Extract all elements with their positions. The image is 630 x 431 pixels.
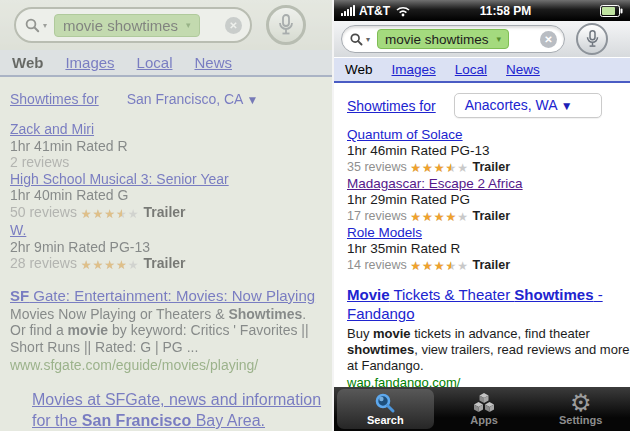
star-rating: ★★★★★★★★★★ (410, 258, 469, 274)
showtimes-for-link[interactable]: Showtimes for (347, 98, 436, 114)
tab-local[interactable]: Local (137, 54, 173, 71)
result-url: www.sfgate.com/eguide/movies/playing/ (10, 357, 332, 373)
location-selector[interactable]: San Francisco, CA ▼ (127, 91, 259, 107)
movie-details: 1hr 29min Rated PG (347, 192, 630, 208)
movie-title-link[interactable]: Role Models (347, 225, 422, 240)
clock: 11:58 PM (411, 4, 600, 18)
showtimes-location-row: Showtimes for Anacortes, WA ▼ (347, 93, 630, 118)
star-rating: ★★★★★★★★★★ (81, 257, 140, 274)
showtimes-location-row: Showtimes for San Francisco, CA ▼ (10, 91, 332, 107)
movie-entry: Zack and Miri 1hr 41min Rated R 2 review… (10, 121, 332, 171)
search-input[interactable]: ▾ movie showtimes ▾ ✕ (341, 25, 565, 53)
trailer-link[interactable]: Trailer (473, 258, 511, 272)
clear-search-icon[interactable]: ✕ (225, 17, 242, 34)
voice-search-button[interactable] (576, 23, 608, 55)
chevron-down-icon: ▾ (366, 35, 370, 44)
microphone-icon (585, 29, 600, 49)
star-rating: ★★★★★★★★★★ (81, 206, 140, 223)
result-snippet: Buy movie tickets in advance, find theat… (347, 326, 630, 374)
signal-strength-icon (341, 5, 355, 16)
apps-cubes-icon (473, 392, 495, 414)
sfgate-footer-link[interactable]: Movies at SFGate, news and information f… (32, 389, 332, 431)
magnifier-icon (349, 32, 364, 47)
toolbar-tab-settings[interactable]: ⚙ Settings (532, 387, 629, 431)
movie-entry: Role Models 1hr 35min Rated R 14 reviews… (347, 225, 630, 274)
tab-news[interactable]: News (194, 54, 232, 71)
magnifier-icon (24, 17, 41, 34)
search-results: Showtimes for Anacortes, WA ▼ Quantum of… (334, 83, 630, 387)
search-bar: ▾ movie showtimes ▾ ✕ (334, 21, 630, 58)
left-search-bar: ▾ movie showtimes ▾ ✕ (0, 0, 332, 50)
bottom-toolbar: Search Apps ⚙ Settings (334, 387, 630, 431)
search-options-icon[interactable]: ▾ (349, 32, 370, 47)
movie-reviews-link[interactable]: 28 reviews (10, 255, 77, 271)
location-dropdown-icon: ▼ (247, 93, 259, 107)
movie-reviews-link[interactable]: 35 reviews (347, 160, 407, 174)
result-title-link[interactable]: SF Gate: Entertainment: Movies: Now Play… (10, 287, 315, 304)
chevron-down-icon: ▾ (43, 21, 47, 30)
search-icon (374, 392, 396, 414)
web-result: SF Gate: Entertainment: Movies: Now Play… (10, 287, 332, 304)
gear-icon: ⚙ (570, 392, 592, 414)
movie-entry: W. 2hr 9min Rated PG-13 28 reviews ★★★★★… (10, 222, 332, 274)
trailer-link[interactable]: Trailer (144, 204, 186, 220)
location-text: San Francisco, CA (127, 91, 243, 107)
left-search-input[interactable]: ▾ movie showtimes ▾ ✕ (14, 7, 252, 43)
location-selector[interactable]: Anacortes, WA ▼ (454, 93, 602, 118)
microphone-icon (277, 14, 295, 36)
toolbar-tab-label: Apps (470, 414, 498, 426)
result-title-link[interactable]: Movie Tickets & Theater Showtimes - Fand… (347, 286, 603, 322)
movie-entry: Madagascar: Escape 2 Africa 1hr 29min Ra… (347, 176, 630, 225)
toolbar-tab-apps[interactable]: Apps (436, 387, 533, 431)
tab-images[interactable]: Images (65, 54, 114, 71)
movie-reviews-link[interactable]: 17 reviews (347, 209, 407, 223)
left-ghost-layer: ▾ movie showtimes ▾ ✕ Web Images Local N… (0, 0, 332, 431)
movie-details: 1hr 46min Rated PG-13 (347, 143, 630, 159)
voice-search-button[interactable] (266, 5, 306, 45)
movie-reviews-link[interactable]: 2 reviews (10, 154, 69, 170)
toolbar-tab-label: Search (367, 414, 404, 426)
tab-images[interactable]: Images (392, 62, 436, 77)
web-result: Movie Tickets & Theater Showtimes - Fand… (347, 285, 630, 387)
movie-reviews-link[interactable]: 50 reviews (10, 204, 77, 220)
result-url: wap.fandango.com/ (347, 375, 630, 387)
trailer-link[interactable]: Trailer (144, 255, 186, 271)
query-chevron-icon: ▾ (186, 20, 191, 30)
tab-bar: Web Images Local News (334, 58, 630, 83)
location-text: Anacortes, WA (465, 97, 557, 113)
movie-details: 1hr 35min Rated R (347, 241, 630, 257)
star-rating: ★★★★★★★★★★ (410, 209, 469, 225)
movie-reviews-link[interactable]: 14 reviews (347, 258, 407, 272)
search-options-icon[interactable]: ▾ (24, 17, 47, 34)
tab-web[interactable]: Web (12, 54, 43, 71)
wifi-icon (395, 5, 411, 17)
movie-title-link[interactable]: Madagascar: Escape 2 Africa (347, 176, 523, 191)
search-query-text: movie showtimes (385, 32, 489, 47)
query-highlight[interactable]: movie showtimes ▾ (377, 29, 509, 49)
trailer-link[interactable]: Trailer (473, 160, 511, 174)
search-query-text: movie showtimes (63, 17, 178, 34)
trailer-link[interactable]: Trailer (473, 209, 511, 223)
tab-news[interactable]: News (506, 62, 540, 77)
battery-icon (600, 5, 623, 17)
movie-details: 1hr 40min Rated G (10, 187, 332, 204)
movie-details: 1hr 41min Rated R (10, 138, 332, 155)
query-chevron-icon: ▾ (497, 34, 502, 44)
carrier-label: AT&T (359, 4, 390, 18)
showtimes-for-link[interactable]: Showtimes for (10, 91, 99, 107)
toolbar-tab-label: Settings (559, 414, 602, 426)
movie-title-link[interactable]: High School Musical 3: Senior Year (10, 171, 229, 187)
iphone-screenshot: AT&T 11:58 PM ▾ movie showtimes ▾ ✕ (332, 0, 630, 431)
screenshot-root: ▾ movie showtimes ▾ ✕ Web Images Local N… (0, 0, 630, 431)
clear-search-icon[interactable]: ✕ (540, 31, 557, 48)
movie-title-link[interactable]: Quantum of Solace (347, 127, 463, 142)
movie-entry: Quantum of Solace 1hr 46min Rated PG-13 … (347, 127, 630, 176)
toolbar-tab-search[interactable]: Search (337, 389, 434, 429)
tab-local[interactable]: Local (455, 62, 487, 77)
tab-web[interactable]: Web (345, 62, 373, 77)
query-highlight[interactable]: movie showtimes ▾ (54, 14, 200, 37)
location-dropdown-icon: ▼ (561, 99, 573, 113)
left-faded-screenshot: ▾ movie showtimes ▾ ✕ Web Images Local N… (0, 0, 332, 431)
movie-title-link[interactable]: W. (10, 222, 26, 238)
movie-title-link[interactable]: Zack and Miri (10, 121, 94, 137)
